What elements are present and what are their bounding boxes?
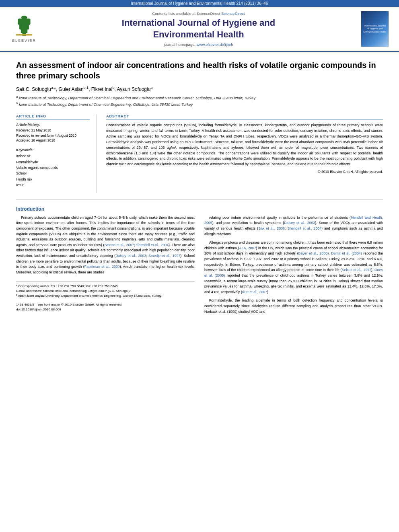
- issn-doi-block: 1438-4639/$ – see front matter © 2010 El…: [16, 302, 195, 312]
- ref-demir-2004: Demir et al. (2004): [331, 251, 362, 255]
- keyword-2: Formaldehyde: [16, 159, 90, 165]
- abstract-text: Concentrations of volatile organic compo…: [106, 123, 383, 168]
- article-title: An assessment of indoor air concentratio…: [16, 60, 383, 81]
- keyword-4: School: [16, 170, 90, 176]
- keywords-group: Keywords: Indoor air Formaldehyde Volati…: [16, 148, 90, 188]
- ref-ala-2007: ALA, 2007: [239, 246, 256, 250]
- article-info-col: ARTICLE INFO Article history: Received 2…: [16, 114, 97, 193]
- affiliations: a İzmir Institute of Technology, Departm…: [16, 94, 383, 108]
- footnotes: * Corresponding author. Tel.: +90 232 75…: [16, 281, 195, 298]
- intro-para-right-3: Formaldehyde, the leading aldehyde in te…: [204, 298, 383, 314]
- authors-line: Sait C. Sofuoglua,*, Guler Aslanb,1, Fik…: [16, 86, 383, 92]
- elsevier-tree-icon: [13, 16, 35, 38]
- introduction-heading: Introduction: [16, 206, 383, 212]
- ref-shendell-2004: Shendell et al., 2004: [136, 243, 169, 247]
- keyword-6: İzmir: [16, 182, 90, 188]
- article-body: An assessment of indoor air concentratio…: [0, 52, 399, 330]
- history-label: Article history:: [16, 123, 90, 127]
- intro-para-right-1: relating poor indoor environmental quali…: [204, 215, 383, 237]
- journal-header: ELSEVIER Contents lists available at Sci…: [0, 7, 399, 52]
- affiliation-b: b İzmir Institute of Technology, Departm…: [16, 101, 383, 107]
- journal-citation-text: International Journal of Hygiene and Env…: [131, 1, 268, 6]
- issn-line: 1438-4639/$ – see front matter © 2010 El…: [16, 302, 195, 307]
- revised-date: Received in revised form 4 August 2010: [16, 133, 90, 138]
- svg-rect-3: [18, 18, 30, 25]
- intro-left-col: Primary schools accommodate children age…: [16, 215, 195, 318]
- received-date: Received 21 May 2010: [16, 128, 90, 133]
- journal-main-title: International Journal of Hygiene andEnvi…: [40, 17, 357, 40]
- ref-daisey-2003: Daisey et al., 2003: [115, 254, 146, 258]
- keyword-1: Indoor air: [16, 153, 90, 159]
- ref-smedje-1997: Smedje et al., 1997: [148, 254, 180, 258]
- ref-kurt-2007: Kurt et al., 2007: [242, 290, 267, 294]
- footnote-corresponding: * Corresponding author. Tel.: +90 232 75…: [16, 284, 195, 289]
- svg-rect-4: [16, 34, 32, 35]
- affiliation-a: a İzmir Institute of Technology, Departm…: [16, 94, 383, 101]
- doi-line: doi:10.1016/j.ijheh.2010.08.008: [16, 307, 195, 312]
- introduction-section: Introduction Primary schools accommodate…: [16, 206, 383, 318]
- accepted-date: Accepted 18 August 2010: [16, 138, 90, 143]
- ref-sexton-2007: Sexton et al., 2007: [104, 243, 134, 247]
- ref-daisey-2003-b: Daisey et al., 2003: [284, 221, 315, 225]
- article-info-label: ARTICLE INFO: [16, 114, 90, 119]
- footnote-email: E-mail addresses: saitcemill@iit.edu, ce…: [16, 289, 195, 294]
- journal-cover: International Journal of Hygiene and Env…: [361, 11, 391, 47]
- abstract-label: ABSTRACT: [106, 114, 383, 119]
- sciencedirect-note: Contents lists available at ScienceDirec…: [40, 11, 357, 16]
- keywords-label: Keywords:: [16, 148, 90, 152]
- journal-citation-bar: International Journal of Hygiene and Env…: [0, 0, 399, 7]
- article-info-abstract: ARTICLE INFO Article history: Received 2…: [16, 114, 383, 193]
- elsevier-wordmark: ELSEVIER: [12, 39, 36, 43]
- keyword-3: Volatile organic compounds: [16, 165, 90, 170]
- sciencedirect-link[interactable]: ScienceDirect: [221, 11, 245, 16]
- intro-para-right-2: Allergic symptoms and diseases are commo…: [204, 240, 383, 295]
- svg-point-5: [21, 16, 27, 19]
- ref-shendell-2004-b: Shendell et al., 2004: [287, 226, 321, 230]
- keyword-5: Health risk: [16, 177, 90, 182]
- section-divider: [16, 199, 383, 200]
- intro-para-1: Primary schools accommodate children age…: [16, 215, 195, 275]
- article-history: Article history: Received 21 May 2010 Re…: [16, 123, 90, 143]
- intro-right-col: relating poor indoor environmental quali…: [204, 215, 383, 318]
- keywords-list: Indoor air Formaldehyde Volatile organic…: [16, 153, 90, 188]
- introduction-columns: Primary schools accommodate children age…: [16, 215, 383, 318]
- ref-bayer-2000: Bayer et al., 2000: [298, 251, 328, 255]
- ref-selcuk-1997: Selcuk et al., 1997: [342, 268, 371, 272]
- journal-homepage: journal homepage: www.elsevier.de/ijheh: [40, 42, 357, 47]
- abstract-col: ABSTRACT Concentrations of volatile orga…: [106, 114, 383, 193]
- journal-title-block: Contents lists available at ScienceDirec…: [40, 11, 357, 46]
- footnote-1: ¹ Abant İzzet Baysal University, Departm…: [16, 294, 195, 298]
- journal-cover-image: International Journal of Hygiene and Env…: [361, 11, 389, 47]
- ref-faustman-2000: Faustman et al., 2000: [84, 265, 120, 269]
- ref-sax-2006: Sax et al., 2006: [258, 226, 285, 230]
- elsevier-logo: ELSEVIER: [8, 16, 40, 43]
- journal-homepage-link[interactable]: www.elsevier.de/ijheh: [197, 42, 233, 47]
- copyright-notice: © 2010 Elsevier GmbH. All rights reserve…: [106, 170, 383, 174]
